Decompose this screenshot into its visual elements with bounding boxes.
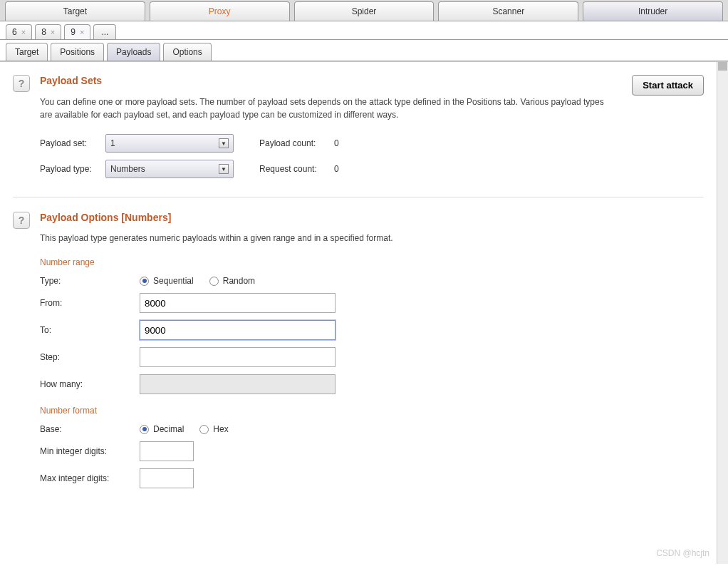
- type-label: Type:: [40, 276, 140, 286]
- step-label: Step:: [40, 352, 140, 362]
- intruder-subtabbar: Target Positions Payloads Options: [0, 40, 728, 61]
- payload-set-select[interactable]: 1 ▼: [105, 134, 234, 153]
- step-input[interactable]: [140, 347, 336, 367]
- from-label: From:: [40, 298, 140, 308]
- top-tabbar: Target Proxy Spider Scanner Intruder: [0, 0, 728, 21]
- max-int-label: Max integer digits:: [40, 473, 140, 483]
- watermark: CSDN @hcjtn: [656, 548, 709, 558]
- vertical-scrollbar[interactable]: [717, 62, 728, 564]
- subtab-options[interactable]: Options: [163, 43, 211, 61]
- attack-tab-8[interactable]: 8 ×: [35, 24, 61, 39]
- subtab-payloads[interactable]: Payloads: [107, 43, 160, 61]
- to-input[interactable]: [140, 320, 336, 340]
- hex-radio[interactable]: Hex: [199, 424, 228, 434]
- payload-type-select[interactable]: Numbers ▼: [105, 160, 234, 178]
- payload-set-label: Payload set:: [40, 138, 105, 148]
- tab-scanner[interactable]: Scanner: [438, 1, 578, 21]
- sequential-radio[interactable]: Sequential: [140, 276, 194, 286]
- close-icon[interactable]: ×: [21, 28, 26, 36]
- base-label: Base:: [40, 424, 140, 434]
- subtab-target[interactable]: Target: [6, 43, 48, 61]
- random-radio[interactable]: Random: [209, 276, 255, 286]
- chevron-down-icon: ▼: [219, 138, 229, 148]
- max-int-input[interactable]: [140, 468, 194, 488]
- radio-icon: [199, 425, 209, 434]
- request-count-value: 0: [334, 164, 339, 174]
- number-range-heading: Number range: [40, 257, 704, 267]
- divider: [13, 197, 704, 197]
- payload-options-desc: This payload type generates numeric payl…: [40, 232, 610, 245]
- payload-options-title: Payload Options [Numbers]: [40, 212, 704, 223]
- how-many-label: How many:: [40, 379, 140, 389]
- radio-icon: [140, 425, 149, 434]
- how-many-input: [140, 374, 336, 394]
- attack-tab-label: 6: [12, 27, 17, 37]
- payloads-panel: ? Payload Sets Start attack You can defi…: [0, 62, 717, 564]
- ellipsis-icon: ...: [101, 27, 108, 37]
- decimal-radio[interactable]: Decimal: [140, 424, 184, 434]
- scroll-thumb[interactable]: [718, 62, 727, 71]
- min-int-label: Min integer digits:: [40, 446, 140, 456]
- start-attack-button[interactable]: Start attack: [632, 75, 704, 96]
- hex-label: Hex: [213, 424, 228, 434]
- radio-icon: [140, 277, 149, 286]
- help-icon[interactable]: ?: [13, 212, 30, 229]
- tab-proxy[interactable]: Proxy: [150, 1, 290, 21]
- chevron-down-icon: ▼: [219, 164, 229, 174]
- payload-type-label: Payload type:: [40, 164, 105, 174]
- attack-tab-9[interactable]: 9 ×: [64, 24, 90, 39]
- random-label: Random: [223, 276, 255, 286]
- decimal-label: Decimal: [153, 424, 184, 434]
- payload-type-value: Numbers: [110, 164, 145, 174]
- tab-spider[interactable]: Spider: [294, 1, 435, 21]
- number-format-heading: Number format: [40, 406, 704, 416]
- from-input[interactable]: [140, 293, 336, 313]
- attack-tabbar: 6 × 8 × 9 × ...: [0, 21, 728, 40]
- attack-tab-new[interactable]: ...: [93, 24, 116, 39]
- attack-tab-label: 9: [71, 27, 76, 37]
- attack-tab-label: 8: [41, 27, 46, 37]
- to-label: To:: [40, 325, 140, 335]
- subtab-positions[interactable]: Positions: [51, 43, 104, 61]
- tab-target[interactable]: Target: [5, 1, 145, 21]
- payload-count-label: Payload count:: [259, 138, 334, 148]
- radio-icon: [209, 277, 219, 286]
- close-icon[interactable]: ×: [51, 28, 55, 36]
- help-icon[interactable]: ?: [13, 75, 30, 92]
- min-int-input[interactable]: [140, 441, 194, 461]
- close-icon[interactable]: ×: [80, 28, 84, 36]
- tab-intruder[interactable]: Intruder: [583, 1, 723, 21]
- attack-tab-6[interactable]: 6 ×: [6, 24, 32, 39]
- sequential-label: Sequential: [153, 276, 194, 286]
- payload-set-value: 1: [110, 138, 115, 148]
- payload-sets-title: Payload Sets: [40, 75, 102, 86]
- request-count-label: Request count:: [259, 164, 334, 174]
- payload-count-value: 0: [334, 138, 339, 148]
- payload-sets-desc: You can define one or more payload sets.…: [40, 96, 610, 121]
